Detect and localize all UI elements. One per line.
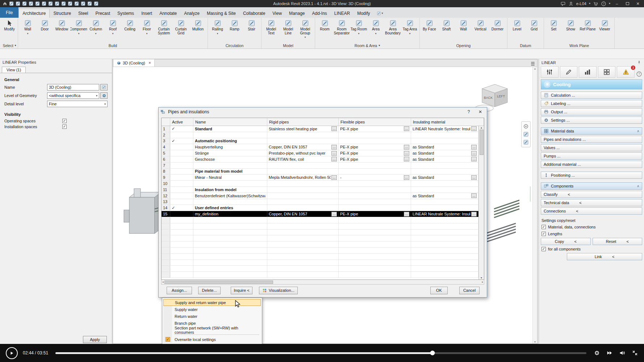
ribbon-button-room[interactable]: Room [316, 18, 333, 31]
flexible-pipes-cell[interactable] [339, 199, 411, 205]
dialog-close-button[interactable]: ✕ [476, 108, 485, 115]
ribbon-button-model-text[interactable]: Model Text [263, 18, 280, 35]
flexible-pipes-cell[interactable]: PE-X pipe… [339, 150, 411, 156]
name-cell[interactable] [193, 223, 267, 229]
insulating-material-cell[interactable] [411, 181, 478, 186]
browse-button[interactable]: … [331, 145, 337, 150]
ribbon-button-room-separator[interactable]: Room Separator [333, 18, 350, 35]
row-number-cell[interactable]: 2 [162, 132, 170, 138]
ribbon-button-wall[interactable]: Wall [455, 18, 472, 31]
name-cell[interactable]: Benutzerdefiniert (Kaltwasser)Schwitzwas… [193, 193, 267, 199]
revit-home-icon[interactable] [2, 1, 8, 6]
insulating-material-cell[interactable]: as Standard… [411, 174, 478, 180]
ribbon-button-component[interactable]: Component▾ [70, 18, 87, 35]
steering-wheel-icon[interactable] [523, 123, 529, 129]
insulating-material-cell[interactable] [411, 138, 478, 144]
browse-button[interactable]: … [331, 157, 337, 161]
help-icon[interactable]: ? [601, 1, 606, 7]
flexible-pipes-cell[interactable] [339, 248, 411, 253]
browse-button[interactable]: … [404, 212, 409, 216]
canvas-scrollbar[interactable]: ▲▼ [532, 67, 537, 344]
browse-button[interactable]: … [404, 151, 409, 156]
flexible-pipes-cell[interactable] [339, 217, 411, 223]
rigid-pipes-cell[interactable] [267, 223, 339, 229]
ribbon-button-area-boundary[interactable]: Area Boundary [384, 18, 401, 35]
open-file-icon[interactable] [9, 1, 14, 6]
browse-button[interactable]: … [331, 151, 337, 156]
name-cell[interactable]: Stränge [193, 150, 267, 156]
name-cell[interactable] [193, 272, 267, 278]
ribbon-button-door[interactable]: Door [36, 18, 53, 31]
ribbon-panel-label-room-area[interactable]: Room & Area▾ [316, 42, 418, 49]
table-row-5[interactable]: 5SträngePrestabo-pipe, without pvc layer… [162, 150, 478, 156]
browse-button[interactable]: … [404, 157, 409, 161]
tag-by-category-icon[interactable] [61, 1, 66, 6]
flexible-pipes-cell[interactable]: PE-X pipe… [339, 211, 411, 217]
rigid-pipes-cell[interactable]: RAUTITAN flex, coil… [267, 156, 339, 162]
help-caret-icon[interactable]: ▾ [609, 2, 610, 5]
dialog-help-button[interactable]: ? [464, 108, 473, 115]
settings-sliders-button[interactable] [541, 66, 559, 78]
rigid-pipes-cell[interactable] [267, 199, 339, 205]
name-cell[interactable] [193, 217, 267, 223]
panel-display-toggle[interactable]: ▾ [374, 9, 386, 18]
active-cell[interactable] [170, 260, 193, 266]
row-number-cell[interactable]: 15 [162, 211, 170, 217]
close-view-icon[interactable]: ✕ [149, 61, 151, 65]
ribbon-button-dormer[interactable]: Dormer [489, 18, 506, 31]
settings-button[interactable]: Settings ... [541, 117, 642, 124]
connections-button[interactable]: Connections< [541, 207, 642, 215]
ribbon-panel-label-datum[interactable]: Datum [509, 42, 543, 49]
row-number-cell[interactable]: 7 [162, 163, 170, 168]
table-row-6[interactable]: 6GeschosseRAUTITAN flex, coil…PE-X pipe…… [162, 156, 478, 163]
insulating-material-cell[interactable] [411, 235, 478, 241]
rigid-pipes-cell[interactable] [267, 138, 339, 144]
scroll-up-icon[interactable]: ▲ [480, 126, 483, 129]
table-row-15[interactable]: 15my_definitionCopper, DIN EN 1057…PE-X … [162, 211, 478, 217]
name-cell[interactable] [193, 260, 267, 266]
row-number-cell[interactable]: 5 [162, 150, 170, 156]
visualization-button[interactable]: Visualization... [259, 287, 298, 294]
row-number-cell[interactable] [162, 217, 170, 223]
zoom-icon[interactable] [523, 139, 529, 145]
active-cell[interactable]: ✓ [170, 126, 193, 132]
name-cell[interactable] [193, 248, 267, 253]
row-number-cell[interactable]: 13 [162, 199, 170, 205]
browse-button[interactable]: … [471, 151, 477, 156]
ribbon-button-grid[interactable]: Grid [526, 18, 543, 31]
table-row-empty[interactable] [162, 260, 478, 266]
tab-linear[interactable]: LINEAR [331, 9, 354, 18]
active-cell[interactable] [170, 235, 193, 241]
chat-icon[interactable] [560, 1, 566, 7]
browse-button[interactable]: … [331, 212, 337, 216]
name-cell[interactable] [193, 181, 267, 186]
default-3d-view-icon[interactable] [74, 1, 79, 6]
browse-button[interactable]: … [471, 193, 477, 198]
link-button[interactable]: Link< [567, 253, 642, 260]
active-cell[interactable]: ✓ [170, 138, 193, 144]
ribbon-button-ceiling[interactable]: Ceiling [121, 18, 138, 31]
rigid-pipes-cell[interactable] [267, 163, 339, 168]
row-number-cell[interactable] [162, 235, 170, 241]
row-number-cell[interactable] [162, 241, 170, 247]
ribbon-button-wall[interactable]: Wall▾ [19, 18, 36, 35]
insulating-material-cell[interactable] [411, 241, 478, 247]
ribbon-button-level[interactable]: Level [509, 18, 526, 31]
browse-button[interactable]: … [404, 175, 409, 180]
play-button[interactable] [6, 347, 18, 359]
table-row-empty[interactable] [162, 235, 478, 241]
row-number-cell[interactable] [162, 248, 170, 253]
select-dropdown[interactable]: Select ▾ [2, 42, 17, 49]
output-button[interactable]: Output ... [541, 108, 642, 115]
insulating-material-cell[interactable]: as Standard… [411, 150, 478, 156]
ribbon-button-railing[interactable]: Railing▾ [209, 18, 226, 35]
print-icon[interactable] [41, 1, 47, 6]
table-row-1[interactable]: 1✓StandardStainless steel heating pipe…P… [162, 126, 478, 132]
ribbon-button-shaft[interactable]: Shaft [438, 18, 455, 31]
column-header-flexible-pipes[interactable]: Flexible pipes [339, 118, 411, 126]
row-number-cell[interactable]: 8 [162, 169, 170, 174]
rigid-pipes-cell[interactable] [267, 235, 339, 241]
menu-item-supply-water[interactable]: Supply water [163, 306, 261, 313]
apply-button[interactable]: Apply [83, 336, 107, 343]
name-cell[interactable]: Geschosse [193, 156, 267, 162]
